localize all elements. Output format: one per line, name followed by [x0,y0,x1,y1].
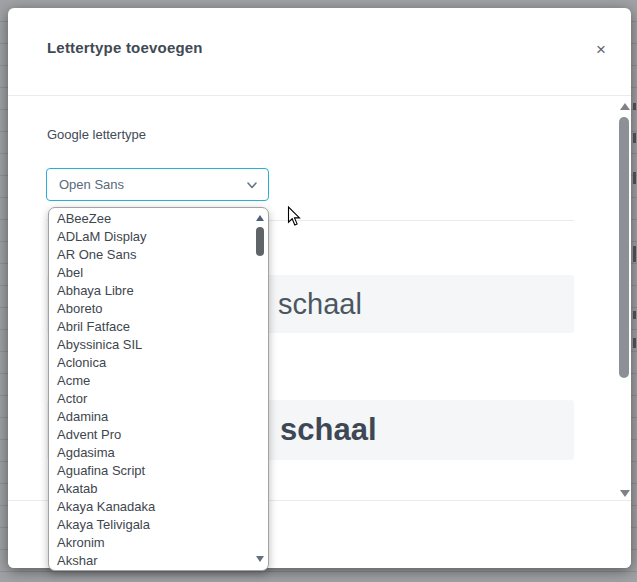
google-font-label: Google lettertype [47,127,146,142]
scrollbar-thumb[interactable] [256,227,264,256]
font-option[interactable]: Abel [49,264,252,282]
modal-header: Lettertype toevoegen × [8,8,631,96]
font-option-list: ABeeZeeADLaM DisplayAR One SansAbelAbhay… [49,210,252,570]
font-option[interactable]: AR One Sans [49,246,252,264]
font-option[interactable]: Advent Pro [49,426,252,444]
font-option[interactable]: Agdasima [49,444,252,462]
background-page-fragment [633,133,636,143]
select-value: Open Sans [59,177,124,192]
google-font-select[interactable]: Open Sans [46,168,269,201]
font-option[interactable]: Aclonica [49,354,252,372]
background-page-fragment [633,246,636,262]
font-option[interactable]: Abhaya Libre [49,282,252,300]
modal-scrollbar[interactable] [617,95,631,501]
background-page-fragment [633,172,636,184]
font-option[interactable]: Abril Fatface [49,318,252,336]
font-option[interactable]: Akaya Telivigala [49,516,252,534]
close-icon[interactable]: × [589,38,613,62]
font-option[interactable]: Aboreto [49,300,252,318]
preview-text-regular: schaal [278,288,362,321]
font-option[interactable]: Adamina [49,408,252,426]
font-option[interactable]: Actor [49,390,252,408]
dropdown-scrollbar[interactable] [252,208,268,570]
font-option[interactable]: Abyssinica SIL [49,336,252,354]
scroll-up-icon[interactable] [256,215,264,221]
preview-text-bold: schaal [280,412,377,448]
font-option[interactable]: Akatab [49,480,252,498]
page-overlay: Lettertype toevoegen × Google lettertype… [0,0,637,582]
font-dropdown-list: ABeeZeeADLaM DisplayAR One SansAbelAbhay… [48,207,269,571]
font-option[interactable]: Akshar [49,552,252,570]
background-page-fragment [633,103,636,110]
mouse-cursor-icon [287,206,301,227]
scroll-down-icon[interactable] [256,556,264,562]
scrollbar-thumb[interactable] [619,117,629,378]
font-option[interactable]: Akaya Kanadaka [49,498,252,516]
scroll-up-icon[interactable] [620,103,630,110]
font-option[interactable]: ADLaM Display [49,228,252,246]
modal-title: Lettertype toevoegen [47,39,203,56]
font-option[interactable]: Aguafina Script [49,462,252,480]
font-option[interactable]: Akronim [49,534,252,552]
scroll-down-icon[interactable] [620,490,630,497]
font-option[interactable]: ABeeZee [49,210,252,228]
chevron-down-icon [246,179,258,191]
background-page-fragment [633,338,636,348]
background-page-fragment [633,311,636,319]
font-option[interactable]: Acme [49,372,252,390]
